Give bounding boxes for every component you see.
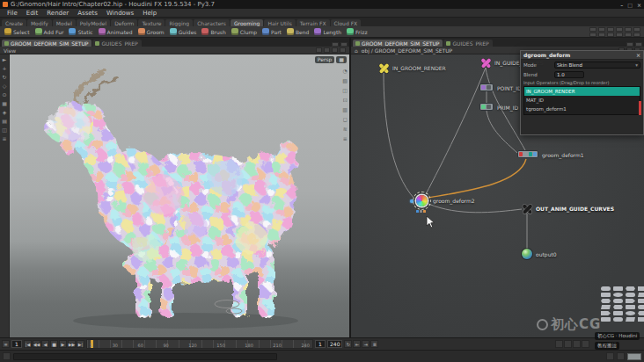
node-shape-swatch[interactable]	[613, 286, 623, 291]
node-shape-swatch[interactable]	[601, 317, 611, 322]
pane-tab[interactable]: GUIDES_PREP	[443, 40, 492, 47]
input-operator-item[interactable]: tgroom_deform1	[524, 105, 640, 113]
viewport-tool-icon[interactable]: ▦	[2, 101, 7, 106]
node-shape-swatch[interactable]	[601, 311, 611, 315]
shelf-tool[interactable]: Frizz	[345, 28, 369, 35]
pane-tab[interactable]: GROOM_DEFORM_SIM_SETUP	[2, 40, 91, 47]
mode-dropdown[interactable]: Skin Blend▾	[554, 62, 640, 69]
viewport-tool-icon[interactable]: ◇	[3, 83, 7, 89]
node-shape-swatch[interactable]	[638, 293, 644, 297]
viewport-tool-icon[interactable]: +	[2, 66, 6, 71]
node-out-anim-guide-curves[interactable]	[523, 204, 532, 214]
shelf-tool[interactable]: Brush	[200, 28, 227, 35]
current-frame-field[interactable]: 1	[11, 340, 22, 348]
timeline-ruler[interactable]: 1306090120150180210240	[86, 339, 313, 349]
shelf-tool[interactable]: Animated	[97, 28, 135, 35]
camera-icon[interactable]: ▦	[336, 56, 347, 63]
viewport-option-button[interactable]	[332, 47, 338, 53]
transport-button[interactable]: ◀◀	[33, 340, 40, 348]
display-option-icon[interactable]: ◔	[342, 68, 348, 74]
transport-button[interactable]: ▶▶	[68, 340, 76, 348]
viewport-tool-icon[interactable]: ◫	[2, 127, 7, 133]
home-icon[interactable]: ⌂	[355, 47, 358, 54]
shelf-toggle[interactable]	[598, 33, 605, 37]
transport-button[interactable]: ◀	[41, 340, 49, 348]
node-in-groom-render[interactable]	[379, 63, 389, 73]
pane-tab[interactable]: GROOM_DEFORM_SIM_SETUP	[353, 40, 443, 47]
node-shape-swatch[interactable]	[638, 305, 644, 309]
display-option-icon[interactable]: ◻	[342, 116, 348, 122]
menu-item[interactable]: Help	[138, 10, 161, 17]
node-shape-swatch[interactable]	[626, 311, 635, 315]
shelf-tool[interactable]: Clump	[230, 28, 259, 35]
playbar-button[interactable]	[555, 340, 563, 348]
playback-option-button[interactable]: ≣	[370, 340, 378, 348]
transport-button[interactable]: ■	[50, 340, 58, 348]
node-shape-swatch[interactable]	[601, 305, 611, 309]
menu-item[interactable]: Windows	[102, 10, 138, 17]
menu-item[interactable]: Render	[42, 10, 73, 17]
status-button[interactable]	[617, 352, 625, 360]
shelf-tab[interactable]: Hair Utils	[264, 19, 295, 26]
playback-option-button[interactable]: ↻	[344, 340, 352, 348]
display-option-icon[interactable]: ⊡	[342, 97, 348, 103]
node-shape-swatch[interactable]	[626, 317, 635, 322]
node-shape-swatch[interactable]	[613, 299, 623, 303]
blend-field[interactable]: 1.0	[554, 71, 584, 78]
status-button[interactable]	[606, 352, 614, 360]
shelf-toggle[interactable]	[607, 33, 614, 37]
display-option-icon[interactable]: ▧	[342, 77, 348, 83]
transport-button[interactable]: |◀	[24, 340, 32, 348]
parameter-panel-header[interactable]: dgroom_deform ×	[521, 51, 643, 60]
error-scrollbar[interactable]	[639, 101, 641, 115]
node-shape-swatch[interactable]	[626, 286, 635, 291]
node-shape-swatch[interactable]	[638, 299, 644, 303]
shelf-tab[interactable]: Rigging	[165, 19, 193, 26]
shelf-tab[interactable]: Texture	[138, 19, 165, 26]
node-prim-id[interactable]	[479, 103, 494, 111]
window-button[interactable]: ×	[637, 2, 641, 8]
transport-button[interactable]: ▶	[59, 340, 67, 348]
menu-item[interactable]: Assets	[73, 10, 102, 17]
display-option-icon[interactable]: ◫	[342, 87, 348, 93]
playback-option-button[interactable]: ⇥	[362, 340, 370, 348]
transport-button[interactable]: ▶|	[77, 340, 84, 348]
shelf-tool[interactable]: Length	[312, 28, 343, 35]
node-shape-swatch[interactable]	[613, 305, 623, 309]
node-groom-deform2-selected[interactable]	[416, 195, 428, 206]
pane-tab[interactable]: GUIDES_PREP	[92, 40, 141, 47]
viewport-tool-icon[interactable]: ⊙	[2, 92, 6, 98]
shelf-toggle[interactable]	[633, 27, 640, 32]
menu-item[interactable]: File	[3, 10, 22, 17]
shelf-tab[interactable]: Create	[2, 19, 26, 26]
status-icon-button[interactable]	[3, 352, 11, 360]
shelf-toggle[interactable]	[589, 27, 596, 32]
input-operator-item[interactable]: MAT_ID	[524, 96, 640, 105]
menu-item[interactable]: Edit	[22, 10, 43, 17]
shelf-tool[interactable]: Select	[3, 28, 32, 35]
shelf-tab[interactable]: Grooming	[231, 19, 263, 26]
viewport-view-menu[interactable]: View	[4, 47, 16, 54]
viewport-option-button[interactable]	[340, 47, 346, 53]
viewport-tool-icon[interactable]: ►	[3, 57, 7, 62]
node-shape-swatch[interactable]	[601, 299, 611, 303]
shelf-tab[interactable]: Deform	[111, 19, 137, 26]
node-groom-deform1[interactable]	[517, 150, 538, 158]
playbar-button[interactable]	[582, 340, 589, 348]
shelf-tab[interactable]: PolyModel	[77, 19, 110, 26]
network-breadcrumb[interactable]: obj / GROOM_DEFORM_SIM_SETUP	[362, 47, 452, 54]
node-shape-swatch[interactable]	[638, 317, 644, 322]
window-button[interactable]: –	[620, 2, 623, 8]
playbar-menu-button[interactable]: ≡	[2, 340, 10, 348]
viewport-tool-icon[interactable]: ▤	[2, 119, 7, 124]
display-option-icon[interactable]: ▥	[342, 106, 348, 112]
shelf-tool[interactable]: Groom	[136, 28, 166, 35]
viewport-tool-icon[interactable]: ◈	[3, 110, 7, 115]
viewport-option-button[interactable]	[316, 47, 322, 53]
input-operator-item[interactable]: IN_GROOM_RENDER	[524, 87, 640, 96]
shelf-tool[interactable]: Part	[260, 28, 283, 35]
viewport-option-button[interactable]	[324, 47, 330, 53]
close-icon[interactable]: ×	[636, 52, 640, 58]
shelf-tab[interactable]: Cloud FX	[331, 19, 362, 26]
node-output0[interactable]	[522, 249, 532, 259]
